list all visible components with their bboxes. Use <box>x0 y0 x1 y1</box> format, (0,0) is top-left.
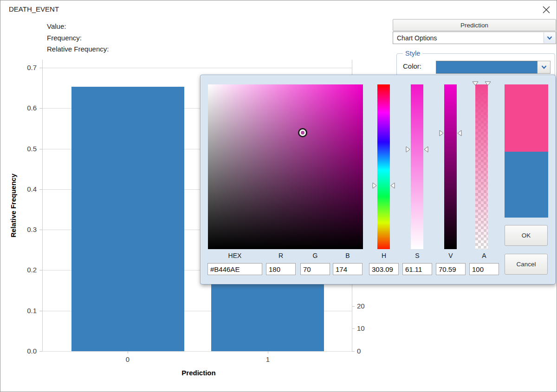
y-tick-label: 0.1 <box>13 307 37 315</box>
right-y-tick-label: 10 <box>357 324 376 333</box>
value-label: Value: <box>47 22 66 30</box>
cancel-button[interactable]: Cancel <box>505 254 548 275</box>
hex-field-label: HEX <box>207 252 262 259</box>
color-selector-center <box>299 129 306 136</box>
v-input[interactable] <box>436 263 466 275</box>
saturation-value-field[interactable] <box>208 84 363 249</box>
color-swatch <box>436 61 538 74</box>
chevron-down-icon <box>538 61 551 74</box>
style-legend: Style <box>403 50 422 57</box>
chart-options-value: Chart Options <box>397 34 437 42</box>
a-input[interactable] <box>469 263 499 275</box>
new-color-swatch <box>505 84 548 152</box>
hue-slider-handle-right[interactable] <box>390 182 395 189</box>
y-tick-label: 0.2 <box>13 266 37 274</box>
chart-options-dropdown[interactable]: Chart Options <box>393 32 556 44</box>
plot-window: DEATH_EVENT Value: Frequency: Relative F… <box>0 0 557 392</box>
right-y-tick-label: 0 <box>357 347 376 355</box>
color-dropdown[interactable] <box>436 61 551 74</box>
color-selector-circle[interactable] <box>298 128 307 137</box>
y-tick <box>39 351 42 352</box>
y-tick-label: 0.5 <box>13 145 37 153</box>
h-field-label: H <box>369 252 399 259</box>
relative-frequency-label: Relative Frequency: <box>47 45 109 53</box>
current-color-swatch <box>505 152 548 218</box>
b-input[interactable] <box>333 263 363 275</box>
b-field-label: B <box>333 252 363 259</box>
color-label: Color: <box>403 62 421 70</box>
a-field-label: A <box>469 252 499 259</box>
x-tick-label: 1 <box>259 355 277 364</box>
gridline <box>42 351 352 352</box>
gridline <box>42 68 352 68</box>
y-tick-label: 0.7 <box>13 64 37 72</box>
right-y-tick <box>352 351 355 352</box>
saturation-slider-handle-left[interactable] <box>406 146 410 153</box>
value-slider-handle-right[interactable] <box>457 130 462 136</box>
saturation-slider-handle-right[interactable] <box>424 146 428 153</box>
left-axis-spine <box>42 60 43 351</box>
hue-slider-handle-left[interactable] <box>372 182 377 189</box>
alpha-slider[interactable] <box>475 84 488 249</box>
alpha-slider-handle-left[interactable] <box>472 81 479 86</box>
close-button[interactable] <box>539 3 554 16</box>
r-field-label: R <box>266 252 296 259</box>
x-tick <box>268 351 268 353</box>
right-y-tick-label: 20 <box>357 302 376 310</box>
window-title: DEATH_EVENT <box>9 5 59 13</box>
bar[interactable] <box>71 87 184 351</box>
g-input[interactable] <box>300 263 330 275</box>
r-input[interactable] <box>266 263 296 275</box>
frequency-label: Frequency: <box>47 34 82 42</box>
close-icon <box>543 6 550 13</box>
y-axis-label: Relative Frequency <box>9 174 17 238</box>
value-slider[interactable] <box>444 84 457 249</box>
color-preview <box>505 84 548 218</box>
value-slider-handle-left[interactable] <box>439 130 444 136</box>
hue-slider[interactable] <box>377 84 390 249</box>
chevron-down-icon <box>544 32 555 43</box>
v-field-label: V <box>436 252 466 259</box>
x-tick <box>128 351 128 353</box>
color-picker-dialog: OK Cancel HEXRGBHSVA <box>200 75 556 284</box>
s-field-label: S <box>402 252 432 259</box>
y-tick-label: 0.0 <box>13 347 37 355</box>
y-tick-label: 0.4 <box>13 185 37 193</box>
s-input[interactable] <box>402 263 432 275</box>
y-tick-label: 0.6 <box>13 104 37 112</box>
h-input[interactable] <box>369 263 399 275</box>
hex-input[interactable] <box>207 263 262 275</box>
g-field-label: G <box>300 252 330 259</box>
y-tick-label: 0.3 <box>13 225 37 234</box>
x-axis-label: Prediction <box>181 369 215 377</box>
saturation-slider[interactable] <box>411 84 423 249</box>
ok-button[interactable]: OK <box>505 225 548 246</box>
x-tick-label: 0 <box>118 355 137 364</box>
prediction-header-button[interactable]: Prediction <box>393 19 556 31</box>
alpha-slider-handle-right[interactable] <box>485 81 491 86</box>
